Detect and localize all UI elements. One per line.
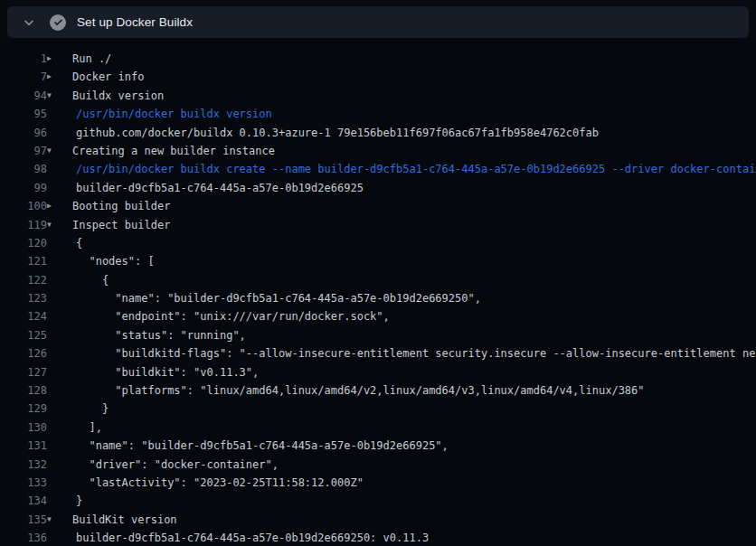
log-text: "name": "builder-d9cfb5a1-c764-445a-a57e… — [47, 289, 481, 307]
expanded-arrow-icon[interactable]: ▼ — [47, 216, 60, 234]
log-text: { — [47, 234, 82, 252]
log-text: "status": "running", — [47, 326, 246, 344]
line-number[interactable]: 135 — [0, 511, 47, 529]
log-line: 134 } — [0, 492, 756, 510]
line-number[interactable]: 136 — [0, 529, 47, 546]
line-number[interactable]: 129 — [0, 400, 47, 418]
log-text: /usr/bin/docker buildx create --name bui… — [47, 160, 756, 178]
expanded-arrow-icon[interactable]: ▼ — [47, 142, 60, 160]
log-text[interactable]: Creating a new builder instance — [60, 142, 275, 160]
log-line: 128 "platforms": "linux/amd64,linux/amd6… — [0, 381, 756, 400]
line-number[interactable]: 123 — [0, 289, 47, 307]
log-line: 121 "nodes": [ — [0, 252, 756, 270]
line-number[interactable]: 122 — [0, 271, 47, 289]
line-number[interactable]: 99 — [0, 179, 47, 197]
log-line: 125 "status": "running", — [0, 326, 756, 344]
log-text: ], — [47, 419, 102, 437]
line-number[interactable]: 131 — [0, 437, 47, 455]
log-text: "platforms": "linux/amd64,linux/amd64/v2… — [47, 381, 645, 400]
line-number[interactable]: 95 — [0, 105, 47, 123]
expanded-arrow-icon[interactable]: ▼ — [47, 87, 60, 105]
line-number[interactable]: 96 — [0, 124, 47, 142]
log-line: 130 ], — [0, 419, 756, 437]
collapsed-arrow-icon[interactable]: ▶ — [47, 50, 60, 68]
log-line: 126 "buildkitd-flags": "--allow-insecure… — [0, 344, 756, 362]
log-text: "nodes": [ — [47, 252, 155, 270]
line-number[interactable]: 121 — [0, 252, 47, 270]
log-line: 127 "buildkit": "v0.11.3", — [0, 363, 756, 381]
log-viewer: 1 ▶Run ./ 7 ▶Docker info 94 ▼Buildx vers… — [0, 38, 756, 546]
line-number[interactable]: 132 — [0, 456, 47, 474]
log-line: 132 "driver": "docker-container", — [0, 456, 756, 474]
log-line: 96 github.com/docker/buildx 0.10.3+azure… — [0, 124, 756, 142]
line-number[interactable]: 130 — [0, 419, 47, 437]
line-number[interactable]: 120 — [0, 234, 47, 252]
log-line[interactable]: 7 ▶Docker info — [0, 68, 756, 86]
log-text: "buildkit": "v0.11.3", — [47, 363, 259, 381]
log-text: "name": "builder-d9cfb5a1-c764-445a-a57e… — [47, 437, 449, 455]
log-text: } — [47, 400, 109, 418]
log-text: github.com/docker/buildx 0.10.3+azure-1 … — [47, 124, 599, 142]
line-number[interactable]: 127 — [0, 363, 47, 381]
log-text: { — [47, 271, 109, 289]
line-number[interactable]: 94 — [0, 87, 47, 105]
step-title: Set up Docker Buildx — [77, 15, 193, 29]
line-number[interactable]: 97 — [0, 142, 47, 160]
step-header[interactable]: Set up Docker Buildx — [7, 6, 749, 38]
log-text[interactable]: Buildx version — [60, 87, 164, 105]
log-text[interactable]: Booting builder — [60, 197, 170, 215]
line-number[interactable]: 7 — [0, 68, 47, 86]
line-number[interactable]: 124 — [0, 307, 47, 325]
line-number[interactable]: 125 — [0, 326, 47, 344]
log-text[interactable]: Inspect builder — [60, 216, 170, 234]
log-text: /usr/bin/docker buildx version — [47, 105, 272, 123]
log-line: 99 builder-d9cfb5a1-c764-445a-a57e-0b19d… — [0, 179, 756, 197]
line-number[interactable]: 98 — [0, 160, 47, 178]
log-text[interactable]: Run ./ — [60, 50, 111, 68]
log-line[interactable]: 94 ▼Buildx version — [0, 87, 756, 105]
log-line: 123 "name": "builder-d9cfb5a1-c764-445a-… — [0, 289, 756, 307]
line-number[interactable]: 134 — [0, 492, 47, 510]
log-line: 129 } — [0, 400, 756, 418]
line-number[interactable]: 100 — [0, 197, 47, 215]
log-line[interactable]: 97 ▼Creating a new builder instance — [0, 142, 756, 160]
log-line: 136 builder-d9cfb5a1-c764-445a-a57e-0b19… — [0, 529, 756, 546]
log-line[interactable]: 1 ▶Run ./ — [0, 50, 756, 68]
log-text[interactable]: Docker info — [60, 68, 144, 86]
log-text: builder-d9cfb5a1-c764-445a-a57e-0b19d2e6… — [47, 179, 364, 197]
chevron-down-icon[interactable] — [22, 15, 36, 30]
collapsed-arrow-icon[interactable]: ▶ — [47, 197, 60, 215]
collapsed-arrow-icon[interactable]: ▶ — [47, 68, 60, 86]
expanded-arrow-icon[interactable]: ▼ — [47, 511, 60, 529]
log-line: 124 "endpoint": "unix:///var/run/docker.… — [0, 307, 756, 325]
log-text[interactable]: BuildKit version — [60, 511, 177, 529]
line-number[interactable]: 126 — [0, 344, 47, 362]
log-line[interactable]: 100 ▶Booting builder — [0, 197, 756, 215]
line-number[interactable]: 1 — [0, 50, 47, 68]
log-text: "buildkitd-flags": "--allow-insecure-ent… — [47, 344, 756, 362]
log-line: 98 /usr/bin/docker buildx create --name … — [0, 160, 756, 178]
log-text: "endpoint": "unix:///var/run/docker.sock… — [47, 307, 390, 325]
log-text: "lastActivity": "2023-02-25T11:58:12.000… — [47, 474, 364, 492]
log-line: 95 /usr/bin/docker buildx version — [0, 105, 756, 123]
log-text: builder-d9cfb5a1-c764-445a-a57e-0b19d2e6… — [47, 529, 429, 546]
log-text: } — [47, 492, 82, 510]
log-line: 131 "name": "builder-d9cfb5a1-c764-445a-… — [0, 437, 756, 455]
log-line: 120 { — [0, 234, 756, 252]
log-text: "driver": "docker-container", — [47, 456, 279, 474]
log-line[interactable]: 135 ▼BuildKit version — [0, 511, 756, 529]
line-number[interactable]: 119 — [0, 216, 47, 234]
log-line: 133 "lastActivity": "2023-02-25T11:58:12… — [0, 474, 756, 492]
log-line: 122 { — [0, 271, 756, 289]
line-number[interactable]: 133 — [0, 474, 47, 492]
log-line[interactable]: 119 ▼Inspect builder — [0, 216, 756, 234]
line-number[interactable]: 128 — [0, 381, 47, 400]
check-circle-icon — [50, 14, 66, 31]
